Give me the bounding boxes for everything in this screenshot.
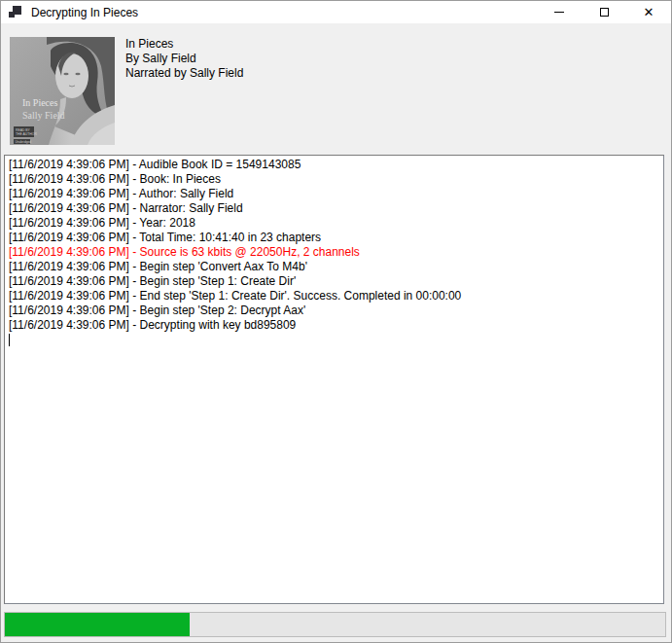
text-caret <box>9 334 10 346</box>
log-line: [11/6/2019 4:39:06 PM] - Book: In Pieces <box>9 172 659 187</box>
minimize-icon <box>554 12 564 13</box>
log-line: [11/6/2019 4:39:06 PM] - Source is 63 kb… <box>9 245 659 260</box>
cover-art: In Pieces Sally Field READ BY THE AUTHOR… <box>10 37 115 145</box>
book-title-label: In Pieces <box>125 37 243 52</box>
log-line: [11/6/2019 4:39:06 PM] - Begin step 'Con… <box>9 260 659 274</box>
caption-buttons: ✕ <box>537 1 671 23</box>
book-info: In Pieces By Sally Field Narrated by Sal… <box>125 37 243 81</box>
log-line: [11/6/2019 4:39:06 PM] - Audible Book ID… <box>9 158 659 172</box>
log-line: [11/6/2019 4:39:06 PM] - Author: Sally F… <box>9 187 659 201</box>
log-line: [11/6/2019 4:39:06 PM] - Narrator: Sally… <box>9 201 659 216</box>
close-button[interactable]: ✕ <box>626 1 671 23</box>
log-line: [11/6/2019 4:39:06 PM] - Begin step 'Ste… <box>9 304 659 318</box>
log-line: [11/6/2019 4:39:06 PM] - Begin step 'Ste… <box>9 274 659 289</box>
maximize-button[interactable] <box>582 1 626 23</box>
book-author-label: By Sally Field <box>125 52 243 66</box>
log-line: [11/6/2019 4:39:06 PM] - Decrypting with… <box>9 318 659 333</box>
cover-badge-line1: READ BY <box>16 128 31 132</box>
log-line: [11/6/2019 4:39:06 PM] - End step 'Step … <box>9 289 659 304</box>
maximize-icon <box>600 8 609 17</box>
window-title: Decrypting In Pieces <box>31 6 138 19</box>
book-narrator-label: Narrated by Sally Field <box>125 66 243 81</box>
log-textbox[interactable]: [11/6/2019 4:39:06 PM] - Audible Book ID… <box>4 155 664 604</box>
minimize-button[interactable] <box>537 1 582 23</box>
book-cover-image: In Pieces Sally Field READ BY THE AUTHOR… <box>10 37 115 145</box>
progress-bar <box>4 612 666 637</box>
cover-badge-line2: THE AUTHOR <box>16 132 37 136</box>
cover-title-text: In Pieces <box>22 97 57 108</box>
log-lines: [11/6/2019 4:39:06 PM] - Audible Book ID… <box>9 158 659 333</box>
title-bar[interactable]: Decrypting In Pieces ✕ <box>1 1 671 23</box>
progress-fill <box>5 613 190 636</box>
log-line: [11/6/2019 4:39:06 PM] - Year: 2018 <box>9 216 659 231</box>
cover-author-text: Sally Field <box>22 110 65 121</box>
log-line: [11/6/2019 4:39:06 PM] - Total Time: 10:… <box>9 231 659 245</box>
app-window: Decrypting In Pieces ✕ <box>0 0 672 643</box>
cover-badge-line3: Unabridged <box>16 140 32 144</box>
app-icon <box>8 5 23 20</box>
